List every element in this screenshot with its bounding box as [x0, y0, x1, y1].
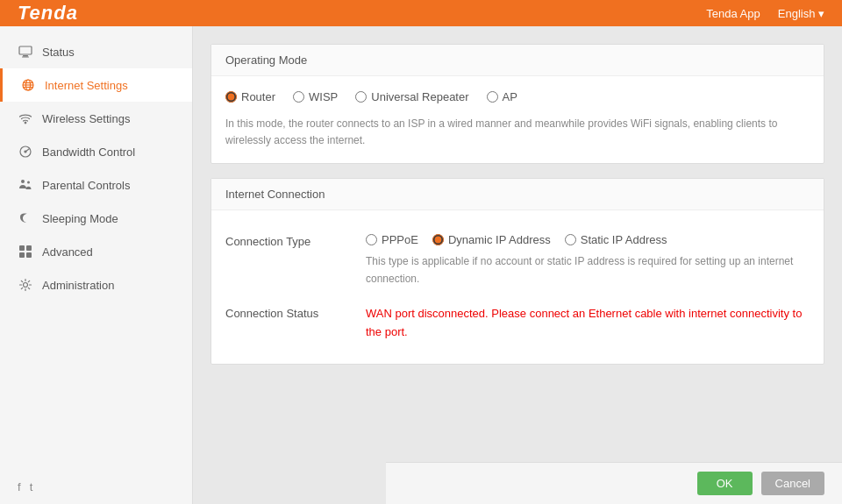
sidebar-label-wireless-settings: Wireless Settings	[42, 112, 130, 125]
internet-connection-body: Connection Type PPPoE Dynamic IP Address	[211, 210, 824, 364]
sidebar-footer: f t	[0, 470, 192, 504]
sidebar-label-parental-controls: Parental Controls	[42, 179, 130, 192]
radio-ap[interactable]: AP	[487, 90, 517, 103]
sidebar-label-status: Status	[42, 46, 75, 59]
monitor-icon	[18, 44, 33, 60]
radio-universal-repeater-label: Universal Repeater	[371, 90, 468, 103]
svg-rect-14	[26, 245, 32, 251]
radio-universal-repeater[interactable]: Universal Repeater	[355, 90, 468, 103]
connection-type-options: PPPoE Dynamic IP Address Static IP Addre…	[366, 233, 810, 246]
sidebar: Status Internet Settings	[0, 26, 193, 504]
sidebar-item-advanced[interactable]: Advanced	[0, 235, 192, 268]
svg-point-11	[21, 180, 25, 183]
connection-type-label: Connection Type	[225, 233, 366, 248]
content-footer: OK Cancel	[386, 462, 842, 504]
svg-rect-1	[23, 55, 28, 57]
radio-universal-repeater-input[interactable]	[355, 91, 367, 103]
internet-connection-title: Internet Connection	[211, 179, 824, 210]
radio-router-label: Router	[241, 90, 275, 103]
header: Tenda Tenda App English ▾	[0, 0, 842, 26]
logo: Tenda	[18, 2, 78, 25]
svg-rect-16	[26, 252, 32, 258]
bandwidth-icon	[18, 144, 33, 160]
radio-static-ip-label: Static IP Address	[581, 233, 667, 246]
family-icon	[18, 177, 33, 193]
radio-dynamic-ip[interactable]: Dynamic IP Address	[432, 233, 551, 246]
operating-mode-options: Router WISP Universal Repeater AP	[225, 90, 810, 103]
operating-mode-description: In this mode, the router connects to an …	[225, 116, 810, 149]
sidebar-item-wireless-settings[interactable]: Wireless Settings	[0, 102, 192, 135]
radio-static-ip-input[interactable]	[565, 234, 576, 245]
sidebar-label-sleeping-mode: Sleeping Mode	[42, 212, 118, 225]
radio-static-ip[interactable]: Static IP Address	[565, 233, 667, 246]
facebook-link[interactable]: f	[18, 480, 21, 493]
radio-pppoe[interactable]: PPPoE	[366, 233, 418, 246]
connection-type-description: This type is applicable if no account or…	[366, 253, 810, 287]
operating-mode-body: Router WISP Universal Repeater AP	[211, 76, 824, 163]
connection-status-text: WAN port disconnected. Please connect an…	[366, 305, 810, 342]
sidebar-label-administration: Administration	[42, 279, 114, 292]
radio-wisp-label: WISP	[309, 90, 338, 103]
radio-router-input[interactable]	[225, 91, 237, 103]
radio-dynamic-ip-label: Dynamic IP Address	[448, 233, 551, 246]
header-right: Tenda App English ▾	[706, 7, 824, 20]
language-selector[interactable]: English ▾	[778, 7, 824, 20]
globe-icon	[20, 77, 36, 93]
sidebar-label-bandwidth-control: Bandwidth Control	[42, 146, 135, 159]
operating-mode-title: Operating Mode	[211, 45, 824, 76]
sidebar-item-parental-controls[interactable]: Parental Controls	[0, 168, 192, 202]
connection-type-value: PPPoE Dynamic IP Address Static IP Addre…	[366, 233, 810, 287]
ok-button[interactable]: OK	[697, 472, 753, 495]
content-area: Operating Mode Router WISP U	[193, 26, 842, 478]
radio-dynamic-ip-input[interactable]	[432, 234, 444, 245]
wifi-icon	[18, 110, 33, 126]
radio-pppoe-input[interactable]	[366, 234, 377, 245]
sidebar-item-bandwidth-control[interactable]: Bandwidth Control	[0, 135, 192, 168]
radio-ap-label: AP	[503, 90, 517, 103]
operating-mode-section: Operating Mode Router WISP U	[210, 44, 824, 164]
sidebar-item-status[interactable]: Status	[0, 35, 192, 68]
svg-rect-13	[19, 245, 25, 251]
sidebar-label-advanced: Advanced	[42, 245, 93, 259]
radio-ap-input[interactable]	[487, 91, 498, 103]
sidebar-nav: Status Internet Settings	[0, 35, 192, 470]
radio-wisp-input[interactable]	[293, 91, 304, 103]
tenda-app-link[interactable]: Tenda App	[706, 7, 760, 20]
connection-status-label: Connection Status	[225, 305, 366, 320]
twitter-link[interactable]: t	[30, 480, 33, 493]
sidebar-item-sleeping-mode[interactable]: Sleeping Mode	[0, 202, 192, 235]
svg-rect-2	[22, 57, 29, 58]
svg-point-12	[27, 181, 30, 184]
gear-icon	[18, 277, 33, 293]
svg-rect-15	[19, 252, 25, 258]
radio-pppoe-label: PPPoE	[382, 233, 418, 246]
sidebar-label-internet-settings: Internet Settings	[45, 79, 128, 92]
svg-point-10	[25, 151, 26, 153]
radio-wisp[interactable]: WISP	[293, 90, 338, 103]
sidebar-item-administration[interactable]: Administration	[0, 268, 192, 302]
svg-point-17	[24, 283, 28, 287]
svg-point-8	[25, 122, 26, 124]
connection-type-row: Connection Type PPPoE Dynamic IP Address	[225, 224, 810, 295]
internet-connection-section: Internet Connection Connection Type PPPo…	[210, 178, 824, 365]
moon-icon	[18, 210, 33, 226]
main-layout: Status Internet Settings	[0, 26, 842, 504]
sidebar-item-internet-settings[interactable]: Internet Settings	[0, 68, 192, 102]
connection-status-row: Connection Status WAN port disconnected.…	[225, 296, 810, 351]
radio-router[interactable]: Router	[225, 90, 275, 103]
cancel-button[interactable]: Cancel	[761, 472, 824, 495]
connection-status-value: WAN port disconnected. Please connect an…	[366, 305, 810, 342]
grid-icon	[18, 244, 33, 259]
svg-rect-0	[19, 46, 32, 54]
